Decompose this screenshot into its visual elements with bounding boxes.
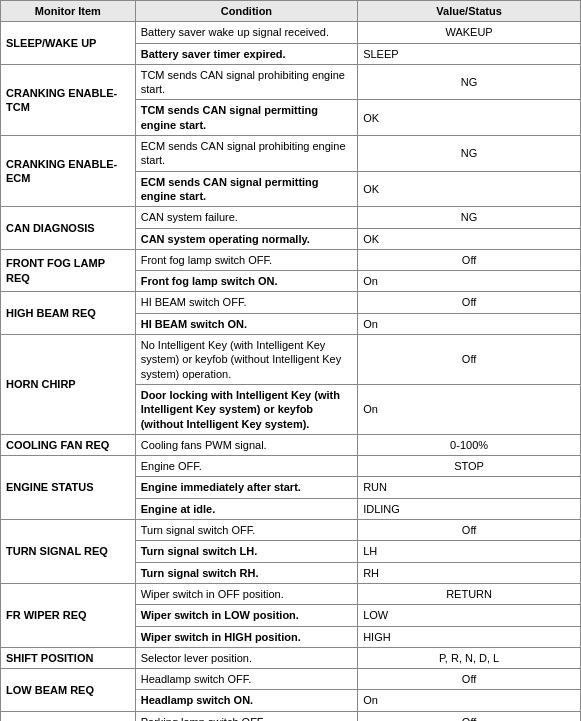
condition-cell: Wiper switch in LOW position. [135,605,357,626]
condition-cell: Front fog lamp switch OFF. [135,249,357,270]
condition-cell: CAN system operating normally. [135,228,357,249]
value-cell: RETURN [358,583,581,604]
condition-cell: Front fog lamp switch ON. [135,271,357,292]
condition-cell: TCM sends CAN signal prohibiting engine … [135,64,357,100]
condition-cell: TCM sends CAN signal permitting engine s… [135,100,357,136]
condition-cell: Headlamp switch ON. [135,690,357,711]
condition-cell: Selector lever position. [135,647,357,668]
condition-cell: CAN system failure. [135,207,357,228]
condition-cell: ECM sends CAN signal prohibiting engine … [135,136,357,172]
monitor-item-cell: SHIFT POSITION [1,647,136,668]
monitor-item-cell: TURN SIGNAL REQ [1,520,136,584]
monitor-item-cell: POSITION LIGHT REQ [1,711,136,721]
monitor-item-cell: HIGH BEAM REQ [1,292,136,335]
value-cell: LOW [358,605,581,626]
condition-cell: HI BEAM switch ON. [135,313,357,334]
monitor-item-cell: COOLING FAN REQ [1,434,136,455]
value-cell: RH [358,562,581,583]
value-cell: Off [358,292,581,313]
value-cell: OK [358,228,581,249]
value-cell: HIGH [358,626,581,647]
condition-cell: Engine immediately after start. [135,477,357,498]
condition-cell: Cooling fans PWM signal. [135,434,357,455]
table-row: FR WIPER REQWiper switch in OFF position… [1,583,581,604]
value-cell: P, R, N, D, L [358,647,581,668]
monitor-item-cell: SLEEP/WAKE UP [1,22,136,65]
value-cell: OK [358,100,581,136]
condition-cell: Battery saver wake up signal received. [135,22,357,43]
value-cell: Off [358,669,581,690]
condition-cell: Turn signal switch OFF. [135,520,357,541]
value-cell: Off [358,249,581,270]
monitor-item-cell: CRANKING ENABLE-TCM [1,64,136,135]
table-row: CAN DIAGNOSISCAN system failure.NG [1,207,581,228]
value-cell: OK [358,171,581,207]
table-row: ENGINE STATUSEngine OFF.STOP [1,456,581,477]
value-cell: SLEEP [358,43,581,64]
monitor-item-cell: CAN DIAGNOSIS [1,207,136,250]
header-monitor: Monitor Item [1,1,136,22]
condition-cell: Turn signal switch LH. [135,541,357,562]
table-row: SLEEP/WAKE UPBattery saver wake up signa… [1,22,581,43]
value-cell: On [358,313,581,334]
condition-cell: Battery saver timer expired. [135,43,357,64]
value-cell: NG [358,64,581,100]
value-cell: STOP [358,456,581,477]
monitor-table: Monitor Item Condition Value/Status SLEE… [0,0,581,721]
header-value: Value/Status [358,1,581,22]
monitor-item-cell: CRANKING ENABLE-ECM [1,136,136,207]
condition-cell: Headlamp switch OFF. [135,669,357,690]
monitor-item-cell: FR WIPER REQ [1,583,136,647]
value-cell: LH [358,541,581,562]
table-row: CRANKING ENABLE-ECMECM sends CAN signal … [1,136,581,172]
table-row: POSITION LIGHT REQParking lamp switch OF… [1,711,581,721]
value-cell: WAKEUP [358,22,581,43]
condition-cell: Parking lamp switch OFF. [135,711,357,721]
monitor-item-cell: ENGINE STATUS [1,456,136,520]
condition-cell: Wiper switch in OFF position. [135,583,357,604]
value-cell: NG [358,207,581,228]
value-cell: IDLING [358,498,581,519]
header-condition: Condition [135,1,357,22]
table-row: COOLING FAN REQCooling fans PWM signal.0… [1,434,581,455]
value-cell: 0-100% [358,434,581,455]
monitor-item-cell: FRONT FOG LAMP REQ [1,249,136,292]
value-cell: On [358,690,581,711]
monitor-item-cell: LOW BEAM REQ [1,669,136,712]
table-row: TURN SIGNAL REQTurn signal switch OFF.Of… [1,520,581,541]
monitor-item-cell: HORN CHIRP [1,335,136,435]
condition-cell: Wiper switch in HIGH position. [135,626,357,647]
value-cell: On [358,384,581,434]
table-row: LOW BEAM REQHeadlamp switch OFF.Off [1,669,581,690]
table-row: SHIFT POSITIONSelector lever position.P,… [1,647,581,668]
table-row: FRONT FOG LAMP REQFront fog lamp switch … [1,249,581,270]
condition-cell: Engine at idle. [135,498,357,519]
condition-cell: ECM sends CAN signal permitting engine s… [135,171,357,207]
condition-cell: No Intelligent Key (with Intelligent Key… [135,335,357,385]
table-row: HIGH BEAM REQHI BEAM switch OFF.Off [1,292,581,313]
value-cell: NG [358,136,581,172]
value-cell: Off [358,520,581,541]
value-cell: On [358,271,581,292]
table-row: HORN CHIRPNo Intelligent Key (with Intel… [1,335,581,385]
condition-cell: Turn signal switch RH. [135,562,357,583]
condition-cell: Engine OFF. [135,456,357,477]
table-row: CRANKING ENABLE-TCMTCM sends CAN signal … [1,64,581,100]
value-cell: Off [358,335,581,385]
value-cell: Off [358,711,581,721]
condition-cell: Door locking with Intelligent Key (with … [135,384,357,434]
value-cell: RUN [358,477,581,498]
condition-cell: HI BEAM switch OFF. [135,292,357,313]
